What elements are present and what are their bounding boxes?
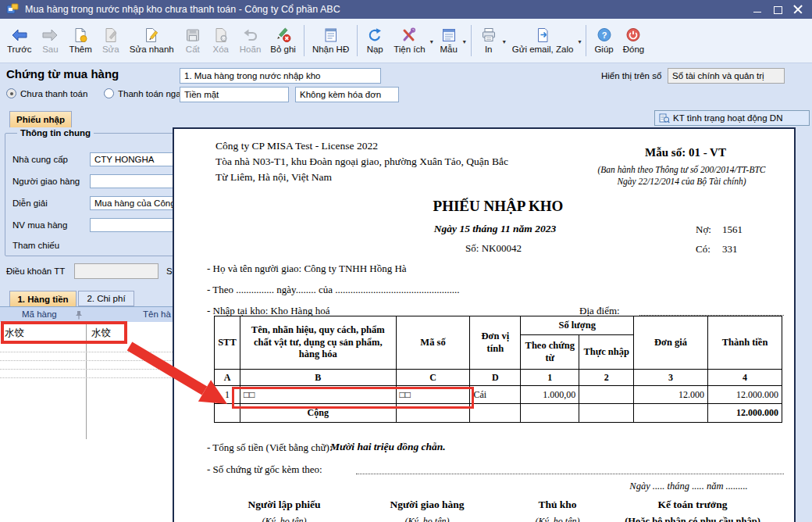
toolbar-sau-button[interactable]: Sau <box>36 25 64 56</box>
delete-page-icon <box>212 27 230 43</box>
grid-body: 水饺 水饺 <box>0 322 173 522</box>
toolbar-separator <box>304 25 304 56</box>
toolbar-giup-button[interactable]: ? Giúp <box>589 25 618 56</box>
chevron-down-icon[interactable]: ▾ <box>463 38 466 45</box>
row-price: 12.000 <box>634 386 708 404</box>
toolbar-separator <box>586 25 586 56</box>
close-icon[interactable] <box>793 5 803 14</box>
total-empty <box>215 404 240 423</box>
row-stt: 1 <box>215 386 240 404</box>
toolbar-gui-email-button[interactable]: Gửi email, Zalo <box>508 25 579 56</box>
sig-title-2: Người giao hàng <box>390 499 464 511</box>
payment-terms-label: Điều khoản TT <box>6 266 65 276</box>
col-ten-hang[interactable]: Tên hà <box>143 309 171 319</box>
doc-debit-value: 1561 <box>722 223 743 236</box>
title-bar: Mua hàng trong nước nhập kho chưa thanh … <box>0 0 812 19</box>
new-page-icon <box>71 27 90 43</box>
radio-thanh-toan-ngay[interactable]: Thanh toán ngay <box>104 88 185 98</box>
doc-address-2: Từ Liêm, Hà nội, Việt Nam <box>215 171 332 184</box>
sig-sub-3: (Ký, họ tên) <box>536 516 580 522</box>
th-qty-doc: Theo chứng từ <box>521 335 579 370</box>
kt-status-button[interactable]: KT tình trạng hoạt động DN <box>654 110 810 126</box>
toolbar-sua-nhanh-button[interactable]: Sửa nhanh <box>125 25 179 56</box>
doc-total-label: - Tổng số tiền (Viết bằng chữ): <box>207 442 333 454</box>
undo-icon <box>241 27 260 43</box>
doc-total-words: Mười hai triệu đồng chẵn. <box>330 441 446 453</box>
doc-magnifier-icon <box>659 113 670 123</box>
pin-icon[interactable] <box>75 310 83 320</box>
invoice-status-field[interactable]: Không kèm hóa đơn <box>295 87 399 102</box>
doc-table: STT Tên, nhãn hiệu, quy cách, phẩm chất … <box>214 316 782 423</box>
reference-label: Tham chiếu <box>12 241 59 250</box>
payment-terms-field[interactable] <box>74 263 158 279</box>
doc-theo-line: - Theo ............... ngày........ của … <box>207 284 460 296</box>
letter-cell: B <box>240 370 396 386</box>
row-unit: Cái <box>470 386 521 404</box>
maximize-icon[interactable] <box>773 5 782 14</box>
svg-text:?: ? <box>601 30 607 40</box>
toolbar-cat-button[interactable]: Cất <box>179 25 207 56</box>
toolbar-dong-button[interactable]: Đóng <box>618 25 650 56</box>
th-code: Mã số <box>396 316 470 370</box>
total-empty <box>579 404 634 423</box>
tab-phieu-nhap[interactable]: Phiếu nhập <box>9 111 72 127</box>
toolbar-truoc-button[interactable]: Trước <box>2 25 36 56</box>
sig-sub-2: (Ký, họ tên) <box>405 516 450 522</box>
toolbar-nap-button[interactable]: Nạp <box>361 25 389 56</box>
chevron-down-icon[interactable]: ▾ <box>578 38 581 45</box>
supplier-field[interactable]: CTY HONGHA <box>90 152 183 166</box>
toolbar-bo-ghi-button[interactable]: Bỏ ghi <box>265 25 301 56</box>
toolbar-mau-button[interactable]: Mẫu <box>435 25 463 56</box>
doc-form-no: Mẫu số: 01 - VT <box>604 146 767 159</box>
toolbar-xoa-button[interactable]: Xóa <box>207 25 235 56</box>
th-stt: STT <box>215 316 240 370</box>
chevron-down-icon[interactable]: ▾ <box>503 38 506 45</box>
radio-dot-icon <box>104 88 114 98</box>
row-qty-doc: 1.000,00 <box>521 386 579 404</box>
doc-attached-dots <box>356 463 784 474</box>
doc-credit-value: 331 <box>722 243 738 256</box>
arrow-left-icon <box>10 27 29 43</box>
toolbar-tien-ich-group: Tiện ích ▾ <box>389 25 435 56</box>
toolbar-tien-ich-button[interactable]: Tiện ích <box>389 25 429 56</box>
tab-chi-phi[interactable]: 2. Chi phí <box>78 291 134 306</box>
minimize-icon[interactable] <box>753 5 762 14</box>
toolbar-sua-button[interactable]: Sửa <box>97 25 125 56</box>
toolbar-them-button[interactable]: Thêm <box>64 25 96 56</box>
radio-chua-thanh-toan[interactable]: Chưa thanh toán <box>6 88 87 98</box>
clipped-label-fragment: S <box>166 266 173 276</box>
deliverer-field[interactable] <box>90 174 183 188</box>
doc-issued-1: (Ban hành theo Thông tư số 200/2014/TT-B… <box>576 165 787 174</box>
help-icon: ? <box>595 27 614 43</box>
payment-method-field[interactable]: Tiền mặt <box>180 87 289 102</box>
toolbar-nhan-hd-button[interactable]: Nhận HĐ <box>308 25 354 56</box>
sig-title-3: Thủ kho <box>538 499 576 511</box>
doc-attached-label: - Số chứng từ gốc kèm theo: <box>207 463 322 476</box>
letter-cell: 1 <box>521 370 579 386</box>
toolbar-gui-email-group: Gửi email, Zalo ▾ <box>508 25 583 56</box>
col-ma-hang[interactable]: Mã hàng <box>22 309 57 319</box>
tab-hang-tien[interactable]: 1. Hàng tiền <box>9 291 77 306</box>
chevron-down-icon[interactable]: ▾ <box>430 38 433 45</box>
cell-ma-hang[interactable]: 水饺 <box>5 327 24 340</box>
total-empty <box>396 404 470 423</box>
description-field[interactable]: Mua hàng của Công <box>90 196 183 210</box>
print-preview-overlay: Công ty CP MISA Test - License 2022 Tòa … <box>173 127 796 522</box>
description-label: Diễn giải <box>12 198 48 208</box>
sig-sub-1: (Ký, họ tên) <box>262 516 307 522</box>
buyer-field[interactable] <box>90 218 183 232</box>
doc-title: PHIẾU NHẬP KHO <box>187 198 810 215</box>
doc-location-dots <box>639 304 784 316</box>
doc-debit-label: Nợ: <box>696 223 711 236</box>
th-qty-actual: Thực nhập <box>579 335 634 370</box>
app-window: Mua hàng trong nước nhập kho chưa thanh … <box>0 0 812 522</box>
doc-type-combo[interactable]: 1. Mua hàng trong nước nhập kho <box>180 68 381 84</box>
display-on-field[interactable]: Sổ tài chính và quản trị <box>668 68 785 84</box>
toolbar-in-group: In ▾ <box>475 25 508 56</box>
doc-company: Công ty CP MISA Test - License 2022 <box>215 140 378 152</box>
cell-ten-hang[interactable]: 水饺 <box>91 327 111 340</box>
toolbar-in-button[interactable]: In <box>475 25 503 56</box>
toolbar-hoan-button[interactable]: Hoãn <box>235 25 266 56</box>
row-qty-actual <box>579 386 634 404</box>
main-toolbar: Trước Sau Thêm Sửa Sửa nhanh Cất Xóa Ho <box>0 19 812 63</box>
